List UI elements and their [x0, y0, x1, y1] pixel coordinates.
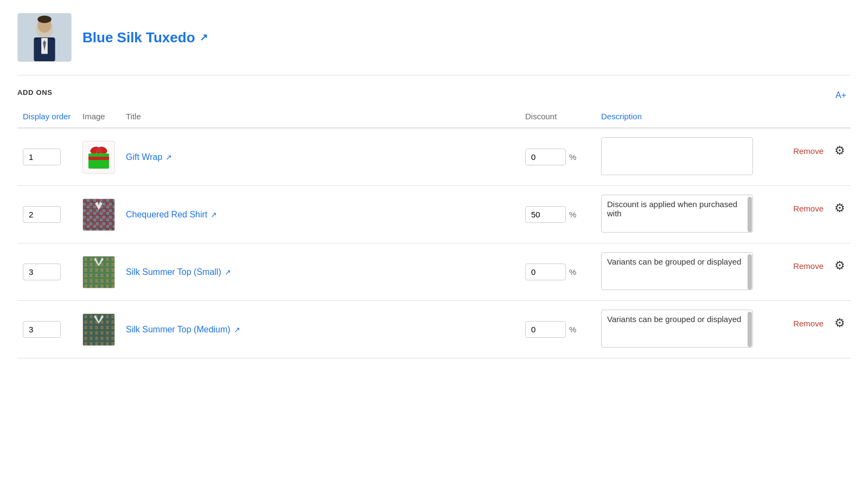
product-thumbnail	[17, 13, 72, 62]
title-cell-silk-summer-top-small: Silk Summer Top (Small) ↗	[120, 243, 520, 301]
th-actions	[764, 107, 851, 128]
discount-cell-silk-summer-top-medium: %	[520, 301, 596, 358]
remove-button-gift-wrap[interactable]: Remove	[789, 144, 828, 158]
title-ext-icon-silk-summer-top-small: ↗	[225, 268, 231, 277]
description-textarea-silk-summer-top-medium[interactable]: Variants can be grouped or displayed	[601, 310, 753, 348]
description-cell-gift-wrap	[596, 128, 764, 186]
title-text-silk-summer-top-small: Silk Summer Top (Small)	[126, 267, 221, 277]
product-img-chequered-red-shirt	[82, 198, 115, 231]
percent-label-silk-summer-top-medium: %	[569, 325, 576, 334]
order-input-silk-summer-top-small[interactable]	[23, 264, 61, 280]
scroll-bar-silk-summer-top-medium	[748, 312, 752, 347]
header-divider	[17, 75, 851, 75]
actions-cell-chequered-red-shirt: Remove⚙	[764, 186, 851, 224]
th-description: Description	[596, 107, 764, 128]
description-textarea-gift-wrap[interactable]	[601, 137, 753, 175]
percent-label-silk-summer-top-small: %	[569, 267, 576, 277]
description-textarea-chequered-red-shirt[interactable]: Discount is applied when purchased with	[601, 195, 753, 233]
discount-input-gift-wrap[interactable]	[525, 149, 566, 165]
svg-rect-34	[83, 314, 114, 345]
product-external-link-icon[interactable]: ↗	[200, 31, 208, 43]
title-ext-icon-chequered-red-shirt: ↗	[210, 210, 217, 219]
remove-button-silk-summer-top-small[interactable]: Remove	[789, 259, 828, 273]
svg-point-8	[37, 16, 51, 23]
th-title: Title	[120, 107, 520, 128]
discount-cell-gift-wrap: %	[520, 128, 596, 186]
title-text-gift-wrap: Gift Wrap	[126, 152, 162, 162]
order-input-gift-wrap[interactable]	[23, 149, 61, 165]
percent-label-gift-wrap: %	[569, 152, 576, 162]
title-link-silk-summer-top-medium[interactable]: Silk Summer Top (Medium) ↗	[126, 325, 514, 335]
product-title: Blue Silk Tuxedo ↗	[82, 29, 208, 46]
addons-section-header: ADD ONS A+	[17, 88, 851, 97]
table-row: Chequered Red Shirt ↗%Discount is applie…	[17, 186, 851, 243]
discount-input-silk-summer-top-medium[interactable]	[525, 321, 566, 338]
remove-button-chequered-red-shirt[interactable]: Remove	[789, 202, 828, 215]
image-cell-chequered-red-shirt	[77, 186, 120, 243]
actions-cell-gift-wrap: Remove⚙	[764, 129, 851, 166]
svg-rect-28	[83, 256, 114, 288]
description-cell-silk-summer-top-small: Variants can be grouped or displayed	[596, 243, 764, 301]
order-input-chequered-red-shirt[interactable]	[23, 206, 61, 223]
title-text-silk-summer-top-medium: Silk Summer Top (Medium)	[126, 325, 231, 335]
order-cell-gift-wrap	[17, 128, 77, 186]
gear-icon-silk-summer-top-medium[interactable]: ⚙	[834, 316, 845, 330]
title-cell-silk-summer-top-medium: Silk Summer Top (Medium) ↗	[120, 301, 520, 358]
th-discount: Discount	[520, 107, 596, 128]
image-cell-gift-wrap	[77, 128, 120, 186]
actions-cell-silk-summer-top-small: Remove⚙	[764, 243, 851, 281]
discount-input-chequered-red-shirt[interactable]	[525, 206, 566, 223]
addons-table: Display order Image Title Discount Descr…	[17, 107, 851, 358]
percent-label-chequered-red-shirt: %	[569, 210, 576, 219]
title-ext-icon-gift-wrap: ↗	[165, 153, 172, 162]
page-container: Blue Silk Tuxedo ↗ ADD ONS A+ Display or…	[0, 0, 868, 371]
table-row: Silk Summer Top (Medium) ↗%Variants can …	[17, 301, 851, 358]
product-title-text: Blue Silk Tuxedo	[82, 29, 195, 46]
add-addon-button[interactable]: A+	[831, 88, 851, 102]
gear-icon-silk-summer-top-small[interactable]: ⚙	[834, 259, 845, 273]
product-img-silk-summer-top-small	[82, 256, 115, 288]
discount-input-silk-summer-top-small[interactable]	[525, 264, 566, 280]
title-cell-gift-wrap: Gift Wrap ↗	[120, 128, 520, 186]
order-cell-chequered-red-shirt	[17, 186, 77, 243]
order-input-silk-summer-top-medium[interactable]	[23, 321, 61, 338]
product-header: Blue Silk Tuxedo ↗	[17, 13, 851, 62]
scroll-bar-chequered-red-shirt	[748, 197, 752, 232]
title-link-gift-wrap[interactable]: Gift Wrap ↗	[126, 152, 514, 162]
table-row: Gift Wrap ↗%Remove⚙	[17, 128, 851, 186]
addons-section-title: ADD ONS	[17, 88, 851, 97]
addons-table-body: Gift Wrap ↗%Remove⚙ Chequered Red Shirt …	[17, 128, 851, 358]
th-display-order[interactable]: Display order	[17, 107, 77, 128]
gear-icon-chequered-red-shirt[interactable]: ⚙	[834, 201, 845, 215]
order-cell-silk-summer-top-small	[17, 243, 77, 301]
product-img-silk-summer-top-medium	[82, 313, 115, 346]
discount-cell-silk-summer-top-small: %	[520, 243, 596, 301]
gear-icon-gift-wrap[interactable]: ⚙	[834, 144, 845, 158]
image-cell-silk-summer-top-medium	[77, 301, 120, 358]
title-cell-chequered-red-shirt: Chequered Red Shirt ↗	[120, 186, 520, 243]
th-image: Image	[77, 107, 120, 128]
remove-button-silk-summer-top-medium[interactable]: Remove	[789, 317, 828, 330]
description-cell-chequered-red-shirt: Discount is applied when purchased with	[596, 186, 764, 243]
table-header: Display order Image Title Discount Descr…	[17, 107, 851, 128]
table-row: Silk Summer Top (Small) ↗%Variants can b…	[17, 243, 851, 301]
discount-cell-chequered-red-shirt: %	[520, 186, 596, 243]
title-ext-icon-silk-summer-top-medium: ↗	[234, 325, 240, 334]
description-textarea-silk-summer-top-small[interactable]: Variants can be grouped or displayed	[601, 252, 753, 290]
svg-rect-15	[88, 157, 109, 160]
title-link-silk-summer-top-small[interactable]: Silk Summer Top (Small) ↗	[126, 267, 514, 277]
image-cell-silk-summer-top-small	[77, 243, 120, 301]
product-img-gift-wrap	[82, 141, 115, 174]
title-link-chequered-red-shirt[interactable]: Chequered Red Shirt ↗	[126, 210, 514, 220]
svg-rect-14	[88, 153, 109, 169]
actions-cell-silk-summer-top-medium: Remove⚙	[764, 301, 851, 339]
scroll-bar-silk-summer-top-small	[748, 254, 752, 290]
svg-rect-17	[83, 199, 114, 230]
title-text-chequered-red-shirt: Chequered Red Shirt	[126, 210, 207, 220]
order-cell-silk-summer-top-medium	[17, 301, 77, 358]
description-cell-silk-summer-top-medium: Variants can be grouped or displayed	[596, 301, 764, 358]
